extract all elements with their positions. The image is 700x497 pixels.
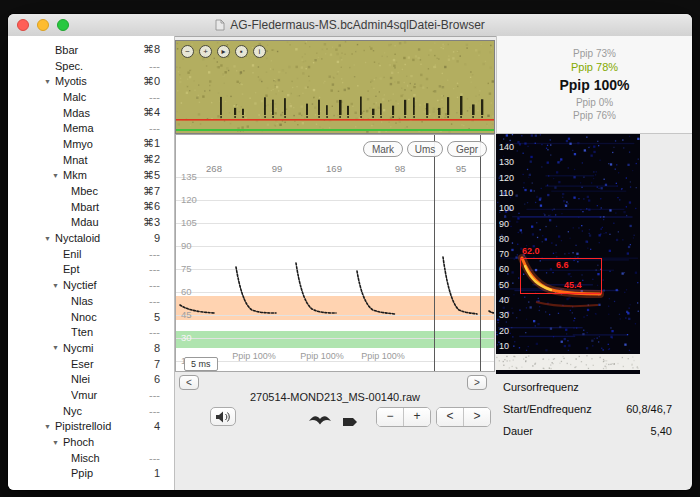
speaker-icon	[215, 410, 231, 424]
overview-green-line	[176, 129, 494, 131]
overview-spectrogram[interactable]: −+▸▪i	[175, 40, 495, 134]
info-value: 5,40	[651, 425, 672, 437]
species-label: Nycmi	[63, 342, 154, 354]
species-label: Mdas	[63, 107, 143, 119]
overview-red-line	[176, 119, 494, 121]
grid-icon[interactable]: ▪	[235, 45, 248, 58]
mark-button[interactable]: Mark	[363, 141, 403, 157]
species-row-nycmi[interactable]: ▼Nycmi8	[8, 340, 174, 356]
species-row-mkm[interactable]: ▼Mkm⌘5	[8, 168, 174, 184]
species-row-vmur[interactable]: Vmur---	[8, 387, 174, 403]
species-label: Malc	[63, 91, 149, 103]
species-row-enil[interactable]: Enil---	[8, 246, 174, 262]
spec-frequency-tick: 130	[499, 157, 514, 167]
info-row: Dauer5,40	[496, 420, 692, 442]
previous-call-button[interactable]: <	[179, 375, 199, 390]
species-value: ---	[149, 405, 174, 417]
species-row-nnoc[interactable]: Nnoc5	[8, 309, 174, 325]
species-row-nlas[interactable]: Nlas---	[8, 293, 174, 309]
info-row: Cursorfrequenz	[496, 376, 692, 398]
file-nav-segmented-control: < >	[436, 407, 491, 427]
species-row-pipistrelloid[interactable]: ▼Pipistrelloid4	[8, 419, 174, 435]
ums-button[interactable]: Ums	[407, 141, 443, 157]
species-row-tten[interactable]: Tten---	[8, 324, 174, 340]
selection-line-left[interactable]	[434, 135, 435, 371]
disclosure-triangle-icon[interactable]: ▼	[52, 282, 63, 289]
spec-frequency-tick: 120	[499, 173, 514, 183]
call-probability-label: Ppip 100%	[361, 351, 405, 361]
species-row-mmyo[interactable]: Mmyo⌘1	[8, 136, 174, 152]
disclosure-triangle-icon[interactable]: ▼	[52, 344, 63, 351]
species-row-misch[interactable]: Misch---	[8, 450, 174, 466]
overview-toolbar: −+▸▪i	[181, 45, 266, 58]
bat-button[interactable]	[308, 413, 332, 431]
zoom-out-icon[interactable]: −	[181, 45, 194, 58]
spec-frequency-tick: 30	[499, 310, 509, 320]
classification-result: Ppip 78%	[571, 61, 618, 73]
play-audio-button[interactable]	[210, 407, 236, 426]
disclosure-triangle-icon[interactable]: ▼	[52, 439, 63, 446]
species-value: ---	[149, 295, 174, 307]
disclosure-triangle-icon[interactable]: ▼	[44, 235, 55, 242]
species-row-phoch[interactable]: ▼Phoch	[8, 434, 174, 450]
call-measurement-chart[interactable]: 135120105907560453015 Mark Ums Gepr 2689…	[175, 134, 495, 372]
species-label: Misch	[71, 452, 149, 464]
classification-panel: Ppip 73%Ppip 78%Ppip 100%Ppip 0%Ppip 76%	[496, 36, 692, 134]
species-row-nyctaloid[interactable]: ▼Nyctaloid9	[8, 230, 174, 246]
species-sidebar: Bbar⌘8Spec.---▼Myotis⌘0Malc---Mdas⌘4Mema…	[8, 36, 175, 490]
info-value: 60,8/46,7	[626, 403, 672, 415]
species-value: ⌘0	[143, 75, 174, 88]
species-label: Myotis	[55, 75, 143, 87]
species-label: Mema	[63, 122, 149, 134]
species-value: 4	[154, 420, 174, 432]
info-label: Dauer	[503, 425, 651, 437]
species-row-mbart[interactable]: Mbart⌘6	[8, 199, 174, 215]
species-row-spec[interactable]: Spec.---	[8, 58, 174, 74]
disclosure-triangle-icon[interactable]: ▼	[52, 172, 63, 179]
spec-frequency-tick: 40	[499, 295, 509, 305]
spec-frequency-tick: 100	[499, 203, 514, 213]
classification-result: Ppip 0%	[576, 97, 613, 108]
zoom-in-button[interactable]: +	[403, 408, 430, 426]
next-call-button[interactable]: >	[467, 375, 487, 390]
info-label: Cursorfrequenz	[503, 381, 672, 393]
spec-frequency-tick: 60	[499, 264, 509, 274]
previous-file-button[interactable]: <	[437, 408, 463, 426]
zoom-out-button[interactable]: −	[377, 408, 403, 426]
species-label: Nyc	[63, 405, 149, 417]
species-row-mdas[interactable]: Mdas⌘4	[8, 105, 174, 121]
spec-frequency-tick: 140	[499, 142, 514, 152]
species-row-eser[interactable]: Eser7	[8, 356, 174, 372]
species-row-mnat[interactable]: Mnat⌘2	[8, 152, 174, 168]
disclosure-triangle-icon[interactable]: ▼	[44, 78, 55, 85]
species-row-ept[interactable]: Ept---	[8, 262, 174, 278]
play-icon[interactable]: ▸	[217, 45, 230, 58]
tag-button[interactable]	[342, 414, 358, 432]
interval-label: 99	[272, 163, 283, 174]
species-label: Enil	[63, 248, 149, 260]
zoom-segmented-control: − +	[376, 407, 431, 427]
call-probability-label: Ppip 100%	[232, 351, 276, 361]
disclosure-triangle-icon[interactable]: ▼	[44, 423, 55, 430]
next-file-button[interactable]: >	[463, 408, 490, 426]
species-row-nyctief[interactable]: ▼Nyctief---	[8, 277, 174, 293]
detail-spectrogram[interactable]: 140130120110100908070605040302010 62.0 6…	[496, 134, 640, 374]
species-value: ---	[149, 279, 174, 291]
species-row-nyc[interactable]: Nyc---	[8, 403, 174, 419]
species-value: 6	[154, 373, 174, 385]
species-row-mema[interactable]: Mema---	[8, 120, 174, 136]
species-row-nlei[interactable]: Nlei6	[8, 371, 174, 387]
gepr-button[interactable]: Gepr	[447, 141, 487, 157]
species-row-mdau[interactable]: Mdau⌘3	[8, 215, 174, 231]
species-row-bbar[interactable]: Bbar⌘8	[8, 42, 174, 58]
species-value: 7	[154, 358, 174, 370]
species-row-mbec[interactable]: Mbec⌘7	[8, 183, 174, 199]
info-icon[interactable]: i	[253, 45, 266, 58]
zoom-in-icon[interactable]: +	[199, 45, 212, 58]
species-row-myotis[interactable]: ▼Myotis⌘0	[8, 73, 174, 89]
spec-frequency-tick: 90	[499, 219, 509, 229]
window-titlebar[interactable]: AG-Fledermaus-MS.bcAdmin4sqlDatei-Browse…	[8, 14, 692, 37]
species-row-ppip[interactable]: Ppip1	[8, 466, 174, 482]
species-row-malc[interactable]: Malc---	[8, 89, 174, 105]
selection-line-right[interactable]	[480, 135, 481, 371]
